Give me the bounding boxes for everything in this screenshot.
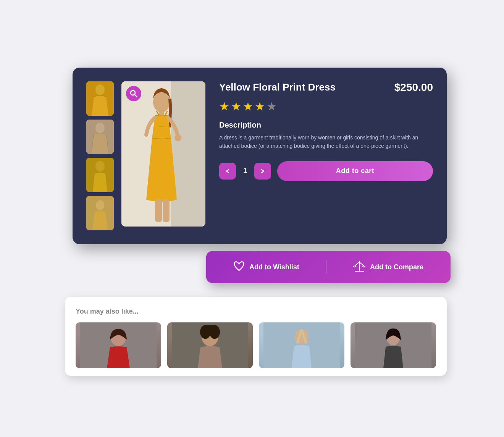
- add-to-cart-button[interactable]: Add to cart: [277, 161, 433, 181]
- quantity-value: 1: [236, 167, 254, 175]
- quantity-increase-button[interactable]: [254, 163, 271, 180]
- star-3: ★: [243, 100, 253, 113]
- thumbnail-2[interactable]: [86, 120, 114, 154]
- wishlist-label: Add to Wishlist: [249, 263, 299, 271]
- also-like-items: [76, 322, 436, 368]
- star-2: ★: [231, 100, 241, 113]
- product-header: Yellow Floral Print Dress $250.00: [219, 81, 433, 94]
- also-like-panel: You may also like...: [65, 297, 447, 376]
- svg-point-7: [96, 200, 104, 210]
- description-heading: Description: [219, 121, 433, 129]
- add-to-compare-button[interactable]: Add to Compare: [353, 261, 423, 274]
- thumbnail-4[interactable]: [86, 196, 114, 230]
- svg-rect-18: [163, 199, 170, 222]
- svg-rect-17: [155, 199, 162, 222]
- scales-icon: [353, 261, 365, 274]
- svg-line-9: [135, 95, 137, 97]
- thumbnail-3[interactable]: [86, 158, 114, 192]
- product-info: Yellow Floral Print Dress $250.00 ★ ★ ★ …: [205, 81, 433, 230]
- divider: [326, 260, 326, 274]
- actions-row: 1 Add to cart: [219, 161, 433, 181]
- product-title: Yellow Floral Print Dress: [219, 81, 385, 93]
- svg-line-21: [355, 262, 359, 266]
- svg-point-16: [174, 134, 181, 141]
- gallery: New: [86, 81, 205, 230]
- main-product-image: New: [121, 81, 205, 227]
- search-icon[interactable]: [126, 86, 141, 101]
- also-like-item-3[interactable]: [259, 322, 344, 368]
- svg-point-5: [95, 161, 105, 172]
- thumbnail-1[interactable]: [86, 81, 114, 116]
- star-rating: ★ ★ ★ ★ ★: [219, 100, 433, 113]
- svg-point-3: [95, 123, 105, 133]
- star-5: ★: [267, 100, 277, 113]
- description-text: A dress is a garment traditionally worn …: [219, 133, 433, 151]
- svg-line-22: [359, 262, 364, 266]
- product-card: New: [73, 68, 447, 244]
- star-4: ★: [255, 100, 265, 113]
- compare-label: Add to Compare: [370, 263, 423, 271]
- svg-point-29: [204, 325, 216, 335]
- svg-point-1: [95, 84, 105, 95]
- svg-rect-11: [171, 81, 205, 227]
- also-like-item-2[interactable]: [167, 322, 253, 368]
- heart-icon: [233, 261, 245, 273]
- also-like-item-4[interactable]: [351, 322, 436, 368]
- quantity-control: 1: [219, 163, 271, 180]
- also-like-item-1[interactable]: [76, 322, 161, 368]
- star-1: ★: [219, 100, 229, 113]
- wishlist-compare-panel: Add to Wishlist Add to Compare: [206, 251, 451, 283]
- add-to-wishlist-button[interactable]: Add to Wishlist: [233, 261, 299, 273]
- svg-point-12: [153, 92, 170, 112]
- quantity-decrease-button[interactable]: [219, 163, 236, 180]
- also-like-heading: You may also like...: [76, 308, 436, 316]
- product-price: $250.00: [394, 81, 433, 94]
- thumbnail-list: [86, 81, 114, 230]
